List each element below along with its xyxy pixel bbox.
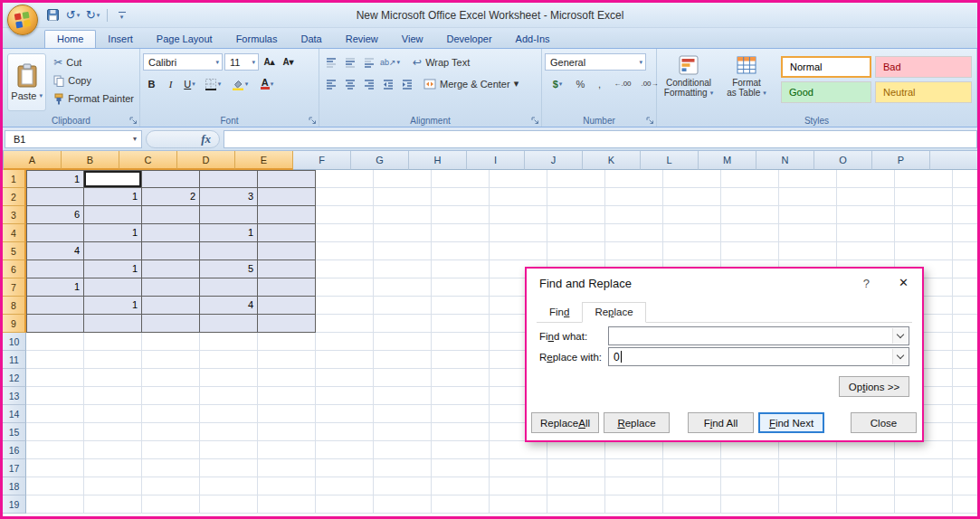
cell-P2[interactable] [895, 188, 953, 206]
find-what-input[interactable] [608, 326, 909, 345]
column-header-m[interactable]: M [699, 151, 756, 170]
name-box[interactable]: B1▾ [5, 130, 142, 148]
name-box-dropdown-icon[interactable]: ▾ [133, 135, 137, 143]
cell-G2[interactable] [374, 188, 432, 206]
column-header-b[interactable]: B [62, 151, 119, 170]
cell-H11[interactable] [432, 351, 490, 369]
cell-C1[interactable] [142, 170, 200, 188]
cell-B10[interactable] [84, 333, 142, 351]
cell-D5[interactable] [200, 242, 258, 260]
cell-A12[interactable] [26, 369, 84, 387]
borders-button[interactable]: ▾ [200, 75, 225, 92]
ribbon-tab-insert[interactable]: Insert [96, 31, 145, 48]
ribbon-tab-page-layout[interactable]: Page Layout [145, 31, 224, 48]
cell-G6[interactable] [374, 260, 432, 278]
cell-H6[interactable] [432, 260, 490, 278]
replace-with-input[interactable]: 0 [608, 347, 909, 366]
cell-N18[interactable] [779, 477, 837, 495]
cell-H5[interactable] [432, 242, 490, 260]
cell-I2[interactable] [490, 188, 547, 206]
bottom-align-button[interactable] [360, 53, 377, 71]
cell-N3[interactable] [779, 206, 837, 224]
row-header-8[interactable]: 8 [3, 297, 26, 315]
cell-I4[interactable] [490, 224, 547, 242]
cell-L5[interactable] [663, 242, 721, 260]
font-family-combobox[interactable]: Calibri▾ [143, 53, 223, 71]
cell-F10[interactable] [316, 333, 374, 351]
cell-O5[interactable] [837, 242, 895, 260]
column-header-partial[interactable] [930, 151, 980, 170]
undo-button[interactable]: ↺▾ [64, 6, 81, 24]
row-header-19[interactable]: 19 [3, 495, 26, 514]
copy-button[interactable]: Copy [51, 72, 137, 89]
cell-C10[interactable] [142, 333, 200, 351]
cell-partial-12[interactable] [953, 369, 977, 387]
increase-decimal-button[interactable]: ←.00 [610, 75, 635, 92]
row-header-2[interactable]: 2 [3, 188, 26, 206]
shrink-font-button[interactable]: A▾ [280, 53, 297, 71]
cell-E3[interactable] [258, 206, 316, 224]
cell-N4[interactable] [779, 224, 837, 242]
cell-H18[interactable] [432, 477, 490, 495]
cell-K2[interactable] [605, 188, 663, 206]
insert-function-button[interactable]: fx [146, 130, 220, 148]
cell-partial-6[interactable] [953, 260, 977, 278]
decrease-indent-button[interactable] [379, 75, 396, 92]
cell-P4[interactable] [895, 224, 953, 242]
cell-L3[interactable] [663, 206, 721, 224]
row-header-17[interactable]: 17 [3, 459, 26, 477]
cell-H3[interactable] [432, 206, 490, 224]
cell-J1[interactable] [547, 170, 605, 188]
align-center-button[interactable] [341, 75, 358, 92]
bold-button[interactable]: B [143, 75, 160, 92]
cell-partial-15[interactable] [953, 423, 977, 441]
cell-C4[interactable] [142, 224, 200, 242]
cell-partial-8[interactable] [953, 297, 977, 315]
cell-L1[interactable] [663, 170, 721, 188]
cell-G3[interactable] [374, 206, 432, 224]
cell-G16[interactable] [374, 441, 432, 459]
cell-K3[interactable] [605, 206, 663, 224]
cell-G17[interactable] [374, 459, 432, 477]
cell-B11[interactable] [84, 351, 142, 369]
column-header-e[interactable]: E [235, 151, 293, 170]
cell-B12[interactable] [84, 369, 142, 387]
cell-M2[interactable] [721, 188, 779, 206]
cell-A15[interactable] [26, 423, 84, 441]
cell-J4[interactable] [547, 224, 605, 242]
cell-H19[interactable] [432, 495, 490, 514]
column-header-i[interactable]: I [467, 151, 525, 170]
cell-J16[interactable] [547, 441, 605, 459]
cell-partial-7[interactable] [953, 278, 977, 297]
cell-style-good[interactable]: Good [781, 81, 871, 103]
cell-B7[interactable] [84, 278, 142, 297]
cell-N19[interactable] [779, 495, 837, 514]
cell-F12[interactable] [316, 369, 374, 387]
redo-dropdown-icon[interactable]: ▾ [97, 12, 100, 19]
cell-style-neutral[interactable]: Neutral [875, 81, 972, 103]
cell-partial-4[interactable] [953, 224, 977, 242]
cell-F2[interactable] [316, 188, 374, 206]
cell-C9[interactable] [142, 315, 200, 333]
fill-color-button[interactable]: ▾ [227, 75, 252, 92]
middle-align-button[interactable] [341, 53, 358, 71]
cell-O17[interactable] [837, 459, 895, 477]
cell-partial-1[interactable] [953, 170, 977, 188]
customize-quick-access-toolbar-button[interactable]: ▾ [113, 6, 130, 24]
cell-P17[interactable] [895, 459, 953, 477]
cell-A18[interactable] [26, 477, 84, 495]
cell-C6[interactable] [142, 260, 200, 278]
cell-K19[interactable] [605, 495, 663, 514]
cell-partial-9[interactable] [953, 315, 977, 333]
wrap-text-button[interactable]: ↩Wrap Text [410, 54, 472, 71]
paste-dropdown-icon[interactable]: ▾ [39, 92, 43, 99]
cell-N1[interactable] [779, 170, 837, 188]
row-header-13[interactable]: 13 [3, 387, 26, 405]
column-header-p[interactable]: P [872, 151, 930, 170]
column-header-l[interactable]: L [641, 151, 699, 170]
cell-P16[interactable] [895, 441, 953, 459]
cell-E19[interactable] [258, 495, 316, 514]
cell-G14[interactable] [374, 405, 432, 423]
cell-G1[interactable] [374, 170, 432, 188]
cell-D13[interactable] [200, 387, 258, 405]
